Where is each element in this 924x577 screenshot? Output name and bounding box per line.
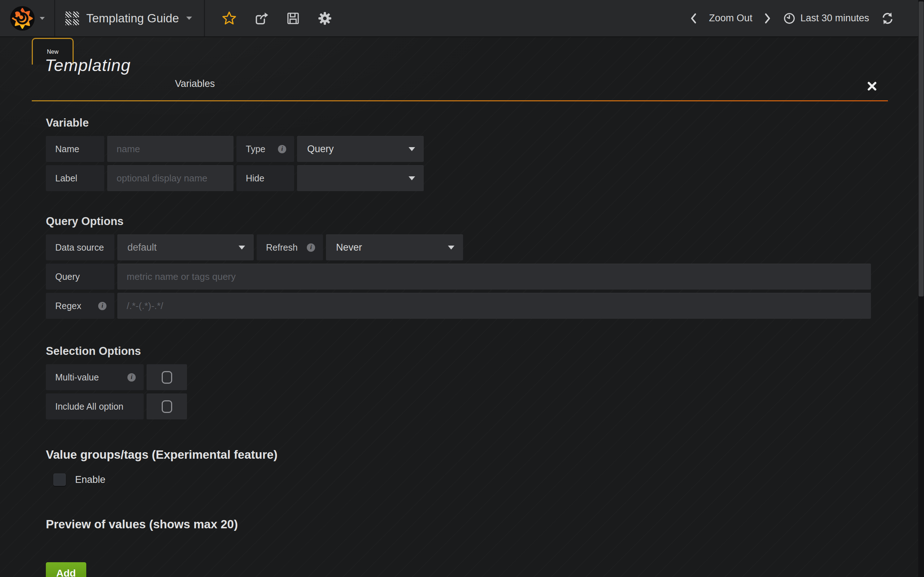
chevron-right-icon xyxy=(764,13,772,24)
refresh-button[interactable] xyxy=(881,11,894,25)
datasource-select-value: default xyxy=(128,242,157,253)
info-icon[interactable]: i xyxy=(278,145,286,153)
query-row: Query xyxy=(46,264,888,290)
multi-value-label: Multi-value i xyxy=(46,364,144,390)
top-navbar: Templating Guide xyxy=(0,0,918,37)
include-all-checkbox[interactable] xyxy=(147,393,187,419)
variable-section-heading: Variable xyxy=(46,116,888,129)
zoom-out-button[interactable]: Zoom Out xyxy=(709,13,752,24)
multi-value-label-text: Multi-value xyxy=(55,372,99,383)
multi-value-row: Multi-value i xyxy=(46,364,888,390)
chevron-left-icon xyxy=(690,13,697,24)
selection-options-heading: Selection Options xyxy=(46,345,888,358)
close-button[interactable] xyxy=(867,81,877,91)
refresh-select-value: Never xyxy=(336,242,362,253)
share-icon xyxy=(254,11,269,26)
checkbox-icon xyxy=(162,371,172,384)
enable-row: Enable xyxy=(53,473,888,486)
templating-editor: Templating Variables New Variable Name T… xyxy=(0,38,918,577)
variable-editor-form: Variable Name Type i Query Label Hide xyxy=(46,116,888,577)
dashboard-title: Templating Guide xyxy=(86,11,179,25)
caret-down-icon xyxy=(239,246,245,250)
include-all-label: Include All option xyxy=(46,393,144,419)
label-input[interactable] xyxy=(107,165,234,191)
preview-heading: Preview of values (shows max 20) xyxy=(46,517,888,531)
datasource-label: Data source xyxy=(46,234,115,260)
name-input[interactable] xyxy=(107,136,234,162)
info-icon[interactable]: i xyxy=(98,302,107,310)
name-label: Name xyxy=(46,136,104,162)
dashboard-actions xyxy=(205,0,333,36)
save-button[interactable] xyxy=(286,11,300,26)
star-icon xyxy=(221,11,237,26)
dashboard-grid-icon xyxy=(65,11,79,25)
favorite-star-button[interactable] xyxy=(221,11,237,26)
info-icon[interactable]: i xyxy=(128,373,136,382)
page-title: Templating xyxy=(45,55,131,75)
multi-value-checkbox[interactable] xyxy=(147,364,187,390)
enable-label: Enable xyxy=(75,474,105,485)
include-all-row: Include All option xyxy=(46,393,888,419)
refresh-label-text: Refresh xyxy=(266,242,298,253)
regex-label-text: Regex xyxy=(55,301,81,311)
time-range-label: Last 30 minutes xyxy=(800,13,869,24)
enable-checkbox[interactable] xyxy=(53,474,66,486)
time-range-picker[interactable]: Last 30 minutes xyxy=(783,12,869,24)
time-shift-forward-button[interactable] xyxy=(764,13,772,24)
type-select[interactable]: Query xyxy=(297,136,424,162)
save-icon xyxy=(286,11,300,26)
regex-input[interactable] xyxy=(117,293,871,319)
dashboard-picker[interactable]: Templating Guide xyxy=(55,0,205,36)
clock-icon xyxy=(783,12,795,24)
settings-gear-icon xyxy=(317,11,333,26)
time-controls: Zoom Out Last 30 minutes xyxy=(690,0,918,36)
refresh-icon xyxy=(881,11,894,25)
query-options-heading: Query Options xyxy=(46,215,888,228)
datasource-select[interactable]: default xyxy=(117,234,254,260)
type-label: Type i xyxy=(236,136,294,162)
caret-down-icon xyxy=(186,16,192,20)
scrollbar-thumb[interactable] xyxy=(919,2,924,297)
close-icon xyxy=(867,81,877,91)
type-select-value: Query xyxy=(307,143,334,155)
datasource-row: Data source default Refresh i Never xyxy=(46,234,888,260)
grafana-logo xyxy=(10,5,36,31)
tab-variables[interactable]: Variables xyxy=(170,78,220,89)
grafana-menu-button[interactable] xyxy=(0,0,55,36)
add-button[interactable]: Add xyxy=(46,562,86,577)
label-label: Label xyxy=(46,165,104,191)
time-shift-back-button[interactable] xyxy=(690,13,697,24)
page-scrollbar[interactable] xyxy=(918,0,924,577)
grafana-app: Templating Guide xyxy=(0,0,924,577)
caret-down-icon xyxy=(409,176,415,180)
refresh-select[interactable]: Never xyxy=(326,234,463,260)
templating-header: Templating Variables New xyxy=(32,38,888,102)
type-label-text: Type xyxy=(246,144,265,154)
variable-name-row: Name Type i Query xyxy=(46,136,888,162)
variable-label-row: Label Hide xyxy=(46,165,888,191)
settings-button[interactable] xyxy=(317,11,333,26)
query-input[interactable] xyxy=(117,264,871,290)
checkbox-icon xyxy=(162,400,172,413)
info-icon[interactable]: i xyxy=(307,243,315,252)
regex-label: Regex i xyxy=(46,293,115,319)
caret-down-icon xyxy=(448,246,454,250)
hide-label: Hide xyxy=(236,165,294,191)
value-groups-heading: Value groups/tags (Experimental feature) xyxy=(46,448,888,462)
query-label: Query xyxy=(46,264,115,290)
share-button[interactable] xyxy=(254,11,269,26)
caret-down-icon xyxy=(409,147,415,151)
regex-row: Regex i xyxy=(46,293,888,319)
tab-underline xyxy=(32,100,888,102)
caret-down-icon xyxy=(40,17,45,20)
refresh-label: Refresh i xyxy=(257,234,323,260)
hide-select[interactable] xyxy=(297,165,424,191)
